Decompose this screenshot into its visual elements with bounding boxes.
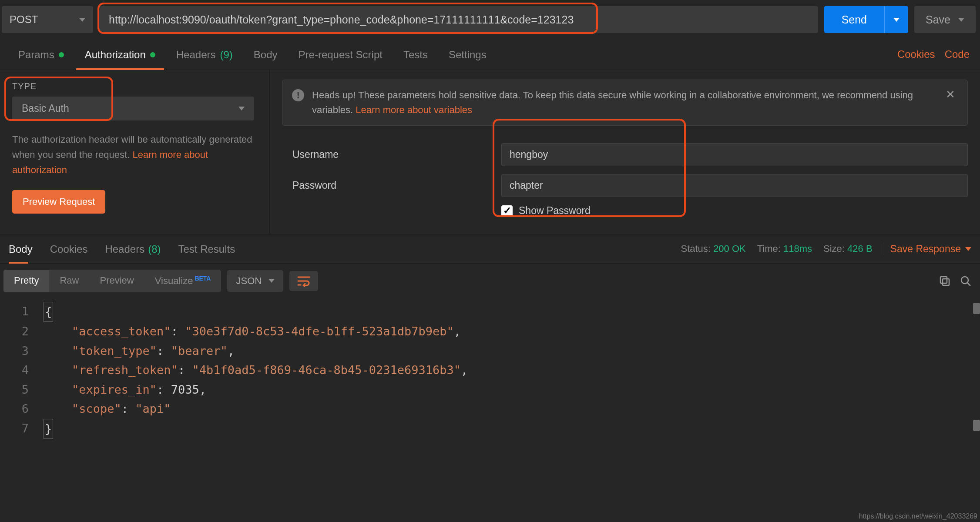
view-mode-group: Pretty Raw Preview VisualizeBETA	[3, 270, 221, 292]
save-label: Save	[926, 13, 950, 26]
line-number: 5	[0, 380, 44, 400]
view-preview[interactable]: Preview	[89, 270, 144, 292]
svg-rect-1	[943, 279, 949, 285]
info-banner: ! Heads up! These parameters hold sensit…	[282, 80, 968, 126]
code-link[interactable]: Code	[945, 48, 970, 60]
line-number: 2	[0, 322, 44, 341]
http-method-value: POST	[10, 13, 38, 26]
tab-authorization[interactable]: Authorization	[74, 39, 166, 70]
send-button[interactable]: Send	[824, 6, 908, 33]
send-label: Send	[824, 13, 884, 26]
view-visualize[interactable]: VisualizeBETA	[144, 270, 222, 292]
password-label: Password	[292, 180, 501, 191]
save-button[interactable]: Save	[914, 6, 976, 33]
scrollbar-thumb[interactable]	[973, 303, 980, 314]
response-tab-cookies[interactable]: Cookies	[41, 234, 97, 263]
time-value: 118ms	[783, 243, 812, 254]
wrap-icon	[297, 275, 310, 287]
tab-settings[interactable]: Settings	[438, 39, 497, 70]
chevron-down-icon	[893, 18, 899, 22]
auth-type-label: TYPE	[12, 81, 257, 91]
svg-point-2	[961, 277, 968, 284]
url-input[interactable]: http://localhost:9090/oauth/token?grant_…	[99, 6, 818, 33]
show-password-toggle[interactable]: ✓ Show Password	[501, 205, 968, 217]
response-tab-headers[interactable]: Headers (8)	[96, 234, 169, 263]
format-select[interactable]: JSON	[227, 270, 283, 292]
tab-tests[interactable]: Tests	[393, 39, 438, 70]
close-banner-button[interactable]: ✕	[943, 88, 958, 101]
size-value: 426 B	[847, 243, 873, 254]
view-raw[interactable]: Raw	[49, 270, 89, 292]
search-icon[interactable]	[960, 275, 971, 287]
line-number: 1	[0, 302, 44, 322]
copy-icon[interactable]	[939, 275, 950, 287]
response-tab-body[interactable]: Body	[9, 234, 41, 263]
chevron-down-icon	[268, 279, 275, 283]
auth-type-select[interactable]: Basic Auth	[12, 97, 254, 120]
username-label: Username	[292, 149, 501, 161]
watermark: https://blog.csdn.net/weixin_42033269	[859, 512, 977, 520]
line-number: 6	[0, 399, 44, 419]
http-method-select[interactable]: POST	[2, 6, 93, 33]
chevron-down-icon	[958, 18, 964, 22]
tab-headers[interactable]: Headers (9)	[166, 39, 243, 70]
save-response-button[interactable]: Save Response	[884, 243, 971, 255]
password-input[interactable]: chapter	[501, 174, 968, 197]
active-dot-icon	[59, 52, 64, 57]
view-pretty[interactable]: Pretty	[3, 270, 49, 292]
auth-type-value: Basic Auth	[22, 103, 69, 114]
tab-params[interactable]: Params	[8, 39, 74, 70]
status-value: 200 OK	[713, 243, 746, 254]
response-body[interactable]: 1{ 2 "access_token": "30e3f7d0-8c53-4dfe…	[0, 298, 980, 448]
chevron-down-icon	[238, 107, 245, 110]
auth-description: The authorization header will be automat…	[12, 132, 257, 178]
active-dot-icon	[150, 52, 155, 57]
svg-rect-0	[940, 277, 947, 283]
response-tab-tests[interactable]: Test Results	[169, 234, 244, 263]
tab-prerequest[interactable]: Pre-request Script	[288, 39, 393, 70]
scrollbar-thumb[interactable]	[973, 420, 980, 431]
checkbox-checked-icon: ✓	[501, 205, 513, 217]
send-dropdown[interactable]	[884, 6, 908, 33]
wrap-lines-button[interactable]	[289, 271, 318, 291]
line-number: 4	[0, 361, 44, 380]
preview-request-button[interactable]: Preview Request	[12, 190, 105, 214]
url-value: http://localhost:9090/oauth/token?grant_…	[109, 13, 574, 26]
tab-body[interactable]: Body	[243, 39, 288, 70]
line-number: 7	[0, 419, 44, 439]
chevron-down-icon	[79, 18, 85, 22]
line-number: 3	[0, 341, 44, 361]
learn-variables-link[interactable]: Learn more about variables	[356, 104, 472, 115]
chevron-down-icon	[965, 247, 971, 251]
cookies-link[interactable]: Cookies	[897, 48, 935, 60]
info-icon: !	[292, 89, 304, 101]
username-input[interactable]: hengboy	[501, 143, 968, 166]
